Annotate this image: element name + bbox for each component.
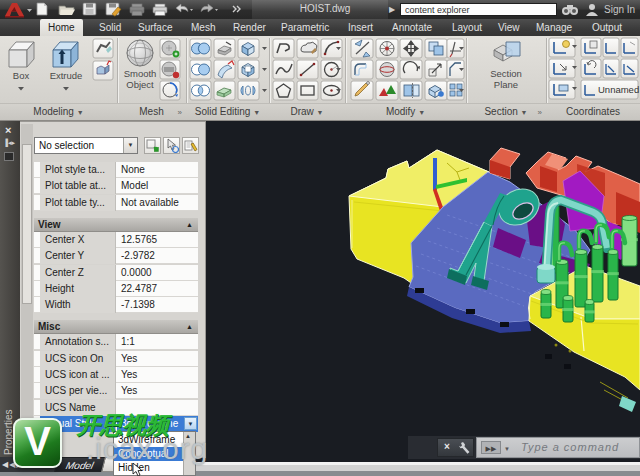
ribbon-tab-view[interactable]: View (490, 19, 528, 36)
ribbon-tab-manage[interactable]: Manage (528, 19, 580, 36)
ribbon-rotate-button[interactable] (400, 60, 422, 79)
property-row[interactable]: Center X12.5765 (34, 232, 198, 248)
ribbon-3drotate-button[interactable] (376, 60, 398, 79)
ribbon-tab-home[interactable]: Home (40, 19, 83, 36)
qat-open-icon[interactable] (59, 6, 75, 15)
ribbon-fillet-button[interactable] (351, 60, 373, 79)
ribbon-smooth-object-button[interactable]: Smooth Object (124, 40, 157, 90)
property-row[interactable]: Height22.4787 (34, 281, 198, 297)
sign-in-link[interactable]: Sign In (604, 4, 635, 15)
property-row[interactable]: Plot style ta...None (34, 162, 198, 178)
ribbon-ucs-world-button[interactable] (549, 38, 577, 57)
qat-undo-icon[interactable] (176, 4, 193, 12)
panel-label-modify[interactable]: Modify ▼ (345, 104, 466, 120)
visual-style-dropdown-icon[interactable]: ▼ (184, 417, 197, 430)
palette-close-icon[interactable]: × (5, 125, 11, 135)
ribbon-tab-output[interactable]: Output (584, 19, 630, 36)
property-row[interactable]: Annotation s...1:1 (34, 334, 198, 350)
ribbon-ucs-unnamed-button[interactable]: Unnamed (581, 80, 639, 99)
ribbon-ucs-zaxis-button[interactable] (621, 59, 638, 78)
ribbon-union-button[interactable] (190, 39, 211, 58)
user-avatar-icon[interactable] (585, 3, 599, 16)
ribbon-erase-button[interactable] (351, 81, 373, 100)
binoculars-icon[interactable] (561, 3, 579, 16)
ribbon-intersect-button[interactable] (190, 81, 211, 100)
ribbon-extrude-button[interactable]: Extrude (50, 42, 83, 91)
palette-autohide-icon[interactable]: ▐◂▸ (3, 139, 15, 147)
property-row[interactable]: UCS icon OnYes (34, 351, 198, 367)
palette-scrollbar[interactable] (21, 124, 33, 456)
ribbon-section-plane-button[interactable]: Section Plane (490, 42, 522, 90)
ribbon-tab-render[interactable]: Render (225, 19, 274, 36)
ribbon-ucs-z-button[interactable] (603, 59, 619, 78)
ribbon-move-button[interactable] (400, 39, 422, 58)
ribbon-solid-cube2-button[interactable] (238, 60, 259, 79)
property-row[interactable]: Plot table at...Model (34, 178, 198, 194)
ribbon-line-button[interactable] (297, 60, 318, 79)
ribbon-polysolid-button[interactable] (93, 39, 113, 58)
ribbon-3dmove-button[interactable] (376, 39, 398, 58)
ribbon-spline-button[interactable] (273, 60, 294, 79)
ribbon-tab-layout[interactable]: Layout (444, 19, 490, 36)
ribbon-polygon-button[interactable] (273, 81, 294, 100)
ribbon-rectangle-button[interactable] (297, 81, 318, 100)
ribbon-tab-annotate[interactable]: Annotate (384, 19, 440, 36)
ribbon-mesh-options-button[interactable] (160, 81, 180, 100)
ribbon-ucs-origin-button[interactable] (549, 59, 577, 78)
ribbon-shell-button[interactable] (238, 81, 259, 100)
command-wrench-icon[interactable] (458, 441, 472, 455)
ribbon-scale-button[interactable] (425, 60, 447, 79)
property-row[interactable]: UCS per vie...Yes (34, 383, 198, 399)
category-header-misc[interactable]: Misc▲ (34, 320, 198, 334)
ribbon-fillet-edge-button[interactable] (214, 60, 235, 79)
command-recent-caret-icon[interactable]: ▼ (504, 446, 510, 452)
ribbon-tab-insert[interactable]: Insert (340, 19, 381, 36)
ribbon-ucs-face-button[interactable] (621, 38, 638, 57)
panel-label-coordinates[interactable]: Coordinates (546, 104, 640, 120)
qat-redo-icon[interactable] (201, 4, 218, 12)
ribbon-ucs-named-button[interactable] (549, 80, 577, 99)
ribbon-ucs-object-button[interactable] (603, 38, 619, 57)
content-explorer-search-input[interactable] (400, 3, 557, 16)
ribbon-slice-button[interactable] (214, 39, 235, 58)
property-row[interactable]: Width-7.1398 (34, 297, 198, 313)
qat-new-icon[interactable] (37, 3, 47, 15)
command-input[interactable]: ▶▶ ▼ Type a command (476, 437, 640, 458)
qat-expand-icon[interactable] (233, 6, 240, 12)
qat-save-icon[interactable] (83, 3, 96, 15)
property-row[interactable]: Center Y-2.9782 (34, 248, 198, 264)
ribbon-tab-surface[interactable]: Surface (130, 19, 180, 36)
ribbon-tab-parametric[interactable]: Parametric (273, 19, 337, 36)
ribbon-thicken-button[interactable] (214, 81, 235, 100)
ribbon-mesh-refine-button[interactable] (160, 39, 180, 58)
ribbon-tab-mesh[interactable]: Mesh (183, 19, 223, 36)
command-close-icon[interactable]: × (444, 441, 450, 452)
ribbon-3dalign-button[interactable] (376, 81, 398, 100)
qat-saveas-icon[interactable] (106, 3, 121, 16)
panel-label-modeling[interactable]: Modeling ▼ (0, 104, 117, 120)
palette-properties-icon[interactable] (4, 152, 14, 161)
panel-label-mesh[interactable]: Mesh» (117, 104, 186, 120)
ribbon-mesh-crease-button[interactable] (160, 60, 180, 79)
ribbon-explode-button[interactable] (351, 39, 373, 58)
ribbon-tab-solid[interactable]: Solid (91, 19, 129, 36)
ribbon-copy-button[interactable] (425, 39, 447, 58)
ribbon-solid-cube1-button[interactable] (238, 39, 259, 58)
ribbon-subtract-button[interactable] (190, 60, 211, 79)
palette-title-bar[interactable]: × ▐◂▸ Properties (0, 121, 20, 458)
ribbon-3dmirror-button[interactable] (400, 81, 422, 100)
qat-plot-icon[interactable] (130, 4, 144, 16)
command-recent-icon[interactable]: ▶▶ (481, 441, 501, 454)
property-row[interactable]: UCS icon at ...Yes (34, 367, 198, 383)
property-row[interactable]: Plot table ty...Not available (34, 195, 198, 211)
ribbon-presspull-button[interactable] (93, 61, 113, 80)
ribbon-ucs-view-button[interactable] (581, 38, 601, 57)
ribbon-polyline-button[interactable] (273, 39, 294, 58)
ribbon-box-button[interactable]: Box (9, 42, 34, 91)
category-header-view[interactable]: View▲ (34, 218, 198, 232)
panel-label-section[interactable]: Section ▼» (466, 104, 546, 120)
search-scope-arrow-icon[interactable]: ▶ (389, 5, 395, 14)
ribbon-extract-edges-button[interactable] (425, 81, 447, 100)
qat-print-icon[interactable] (153, 4, 167, 16)
property-row[interactable]: Center Z0.0000 (34, 265, 198, 281)
